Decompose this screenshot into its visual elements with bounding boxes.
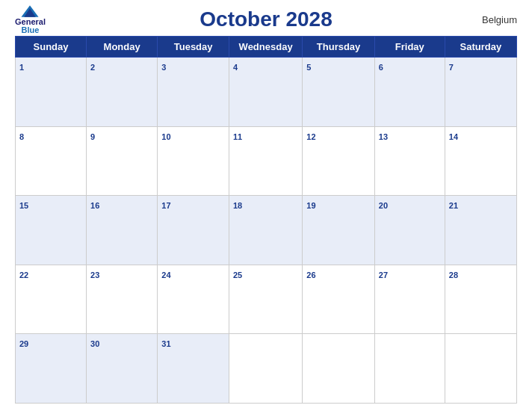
calendar-cell: 5 (303, 58, 375, 127)
day-number: 26 (306, 271, 315, 279)
country-label: Belgium (482, 14, 517, 25)
logo-icon (19, 4, 40, 18)
calendar-cell: 22 (16, 265, 87, 334)
day-number: 1 (19, 63, 24, 72)
calendar-week-row: 15161718192021 (16, 196, 517, 265)
calendar-cell: 19 (303, 196, 375, 265)
day-header-thursday: Thursday (303, 37, 375, 58)
calendar-cell: 31 (158, 334, 229, 404)
calendar-cell: 15 (16, 196, 87, 265)
calendar-cell: 25 (229, 265, 302, 334)
day-number: 24 (161, 271, 170, 279)
day-number: 20 (379, 201, 388, 210)
calendar-cell: 28 (445, 265, 516, 334)
calendar-cell: 17 (158, 196, 229, 265)
calendar-cell: 13 (374, 126, 445, 196)
calendar-cell: 23 (87, 265, 158, 334)
calendar-cell: 8 (16, 126, 87, 196)
calendar-header: General Blue October 2028 Belgium (15, 7, 517, 31)
calendar-cell (374, 334, 445, 404)
day-number: 25 (233, 271, 242, 279)
calendar-cell: 1 (16, 58, 87, 127)
day-number: 3 (161, 63, 166, 72)
day-header-wednesday: Wednesday (229, 37, 302, 58)
day-number: 31 (161, 339, 170, 348)
day-number: 30 (90, 339, 99, 348)
day-number: 14 (449, 132, 458, 141)
day-number: 11 (233, 132, 242, 141)
calendar-cell: 26 (303, 265, 375, 334)
day-number: 2 (90, 63, 95, 72)
calendar-cell: 24 (158, 265, 229, 334)
calendar-cell: 29 (16, 334, 87, 404)
day-number: 13 (379, 132, 388, 141)
calendar-cell: 27 (374, 265, 445, 334)
day-header-monday: Monday (87, 37, 158, 58)
calendar-cell: 4 (229, 58, 302, 127)
calendar-cell: 10 (158, 126, 229, 196)
day-number: 22 (19, 271, 28, 279)
day-number: 16 (90, 201, 99, 210)
day-header-sunday: Sunday (16, 37, 87, 58)
day-number: 8 (19, 132, 24, 141)
calendar-cell: 3 (158, 58, 229, 127)
day-number: 12 (306, 132, 315, 141)
calendar-cell: 30 (87, 334, 158, 404)
calendar-cell: 2 (87, 58, 158, 127)
day-number: 7 (449, 63, 454, 72)
day-number: 6 (379, 63, 383, 72)
day-header-tuesday: Tuesday (158, 37, 229, 58)
calendar-cell (445, 334, 516, 404)
logo: General Blue (15, 4, 46, 34)
day-number: 17 (161, 201, 170, 210)
calendar-cell: 7 (445, 58, 516, 127)
day-number: 27 (379, 271, 388, 279)
calendar-cell: 12 (303, 126, 375, 196)
calendar-cell: 18 (229, 196, 302, 265)
calendar-cell: 11 (229, 126, 302, 196)
calendar-cell: 6 (374, 58, 445, 127)
logo-blue-text: Blue (22, 26, 40, 34)
days-header-row: SundayMondayTuesdayWednesdayThursdayFrid… (16, 37, 517, 58)
calendar-cell: 20 (374, 196, 445, 265)
calendar-week-row: 22232425262728 (16, 265, 517, 334)
calendar-cell: 14 (445, 126, 516, 196)
day-number: 9 (90, 132, 95, 141)
day-number: 23 (90, 271, 99, 279)
calendar-week-row: 1234567 (16, 58, 517, 127)
calendar-cell (303, 334, 375, 404)
calendar-cell (229, 334, 302, 404)
calendar-table: SundayMondayTuesdayWednesdayThursdayFrid… (15, 36, 517, 404)
calendar-cell: 21 (445, 196, 516, 265)
month-title: October 2028 (200, 7, 332, 31)
day-number: 4 (233, 63, 238, 72)
day-number: 29 (19, 339, 28, 348)
day-number: 10 (161, 132, 170, 141)
day-number: 19 (306, 201, 315, 210)
calendar-week-row: 891011121314 (16, 126, 517, 196)
day-number: 28 (449, 271, 458, 279)
day-number: 18 (233, 201, 242, 210)
day-number: 21 (449, 201, 458, 210)
calendar-week-row: 293031 (16, 334, 517, 404)
day-header-friday: Friday (374, 37, 445, 58)
day-number: 5 (306, 63, 311, 72)
day-number: 15 (19, 201, 28, 210)
calendar-cell: 9 (87, 126, 158, 196)
day-header-saturday: Saturday (445, 37, 516, 58)
calendar-cell: 16 (87, 196, 158, 265)
